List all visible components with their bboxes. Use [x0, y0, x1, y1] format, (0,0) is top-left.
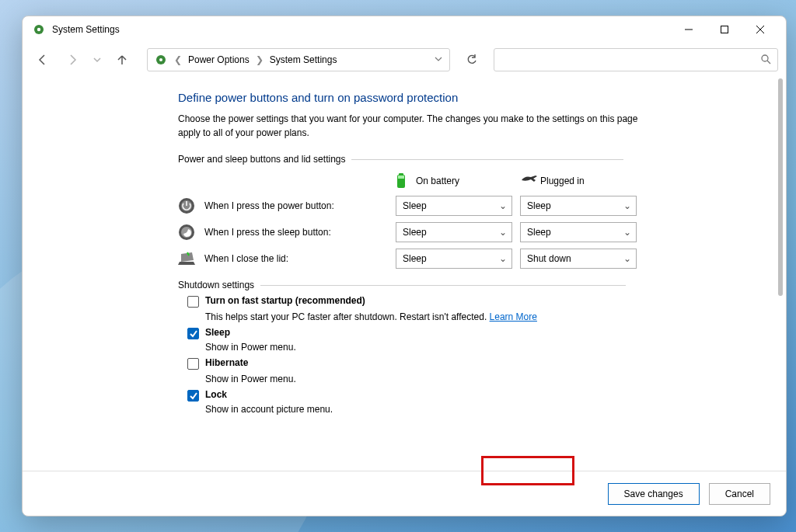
- on-battery-label: On battery: [416, 176, 459, 186]
- power-button-battery-select[interactable]: Sleep⌄: [396, 196, 512, 216]
- chevron-down-icon: ⌄: [499, 253, 507, 264]
- chevron-down-icon: ⌄: [499, 200, 507, 211]
- chevron-right-icon: ❯: [253, 54, 267, 65]
- svg-point-8: [762, 55, 768, 61]
- lock-option-desc: Show in account picture menu.: [205, 404, 764, 415]
- search-icon: [760, 54, 771, 67]
- gear-icon: [32, 23, 46, 37]
- breadcrumb-system-settings[interactable]: System Settings: [267, 54, 340, 65]
- battery-icon: [396, 172, 410, 190]
- fast-startup-label: Turn on fast startup (recommended): [205, 295, 365, 306]
- window: System Settings ❮ Power Options ❯ System…: [22, 16, 787, 516]
- page-title: Define power buttons and turn on passwor…: [178, 91, 764, 104]
- chevron-down-icon: ⌄: [623, 200, 631, 211]
- sleep-button-plugged-select[interactable]: Sleep⌄: [520, 222, 637, 242]
- sleep-option-label: Sleep: [205, 327, 230, 338]
- sleep-button-icon: [178, 224, 195, 241]
- search-box[interactable]: [494, 48, 778, 71]
- svg-rect-11: [399, 173, 403, 176]
- fast-startup-desc: This helps start your PC faster after sh…: [205, 311, 764, 322]
- toolbar: ❮ Power Options ❯ System Settings: [23, 43, 786, 77]
- refresh-button[interactable]: [459, 48, 484, 71]
- mode-headers: On battery Plugged in: [178, 172, 764, 190]
- hibernate-option-desc: Show in Power menu.: [205, 374, 764, 384]
- svg-rect-3: [721, 26, 728, 33]
- footer: Save changes Cancel: [23, 471, 786, 516]
- row-power-button: When I press the power button: Sleep⌄ Sl…: [178, 196, 764, 216]
- lock-checkbox[interactable]: Lock: [187, 389, 227, 402]
- titlebar: System Settings: [23, 16, 786, 43]
- hibernate-checkbox[interactable]: Hibernate: [187, 357, 248, 370]
- forward-button[interactable]: [60, 49, 85, 71]
- sleep-option-desc: Show in Power menu.: [205, 342, 764, 353]
- row-sleep-button: When I press the sleep button: Sleep⌄ Sl…: [178, 222, 764, 242]
- back-button[interactable]: [30, 49, 55, 71]
- window-title: System Settings: [52, 24, 120, 35]
- chevron-down-icon: ⌄: [499, 227, 507, 238]
- svg-point-1: [37, 28, 40, 31]
- svg-rect-12: [398, 176, 404, 179]
- plug-icon: [520, 172, 534, 190]
- breadcrumb-power-options[interactable]: Power Options: [185, 54, 253, 65]
- close-lid-label: When I close the lid:: [204, 253, 396, 264]
- power-button-plugged-select[interactable]: Sleep⌄: [520, 196, 637, 216]
- learn-more-link[interactable]: Learn More: [490, 311, 537, 322]
- row-close-lid: When I close the lid: Sleep⌄ Shut down⌄: [178, 249, 764, 269]
- recent-locations-button[interactable]: [89, 49, 105, 71]
- section-power-buttons-label: Power and sleep buttons and lid settings: [178, 154, 764, 165]
- hibernate-option-label: Hibernate: [205, 357, 248, 368]
- minimize-button[interactable]: [671, 18, 707, 41]
- maximize-button[interactable]: [707, 18, 742, 41]
- section-shutdown-label: Shutdown settings: [178, 280, 764, 290]
- close-lid-battery-select[interactable]: Sleep⌄: [396, 249, 512, 269]
- sleep-button-label: When I press the sleep button:: [204, 227, 396, 238]
- page-description: Choose the power settings that you want …: [178, 112, 660, 140]
- close-button[interactable]: [742, 18, 778, 41]
- content-area: Define power buttons and turn on passwor…: [23, 77, 786, 471]
- plugged-in-label: Plugged in: [540, 176, 585, 186]
- chevron-down-icon: ⌄: [623, 253, 631, 264]
- laptop-lid-icon: [178, 250, 195, 267]
- fast-startup-checkbox[interactable]: Turn on fast startup (recommended): [187, 295, 365, 308]
- close-lid-plugged-select[interactable]: Shut down⌄: [520, 249, 637, 269]
- address-bar[interactable]: ❮ Power Options ❯ System Settings: [147, 48, 450, 71]
- up-button[interactable]: [110, 49, 134, 71]
- lock-option-label: Lock: [205, 389, 227, 400]
- save-changes-button[interactable]: Save changes: [608, 483, 700, 505]
- chevron-down-icon: ⌄: [623, 227, 631, 238]
- svg-point-7: [159, 58, 162, 61]
- chevron-down-icon[interactable]: [434, 54, 443, 66]
- scrollbar[interactable]: [778, 78, 783, 296]
- svg-line-9: [767, 61, 770, 64]
- power-options-icon: [154, 53, 168, 67]
- power-button-label: When I press the power button:: [204, 200, 396, 211]
- power-button-icon: [178, 197, 195, 214]
- sleep-checkbox[interactable]: Sleep: [187, 327, 230, 339]
- chevron-right-icon: ❮: [171, 54, 185, 65]
- cancel-button[interactable]: Cancel: [709, 483, 770, 505]
- sleep-button-battery-select[interactable]: Sleep⌄: [396, 222, 512, 242]
